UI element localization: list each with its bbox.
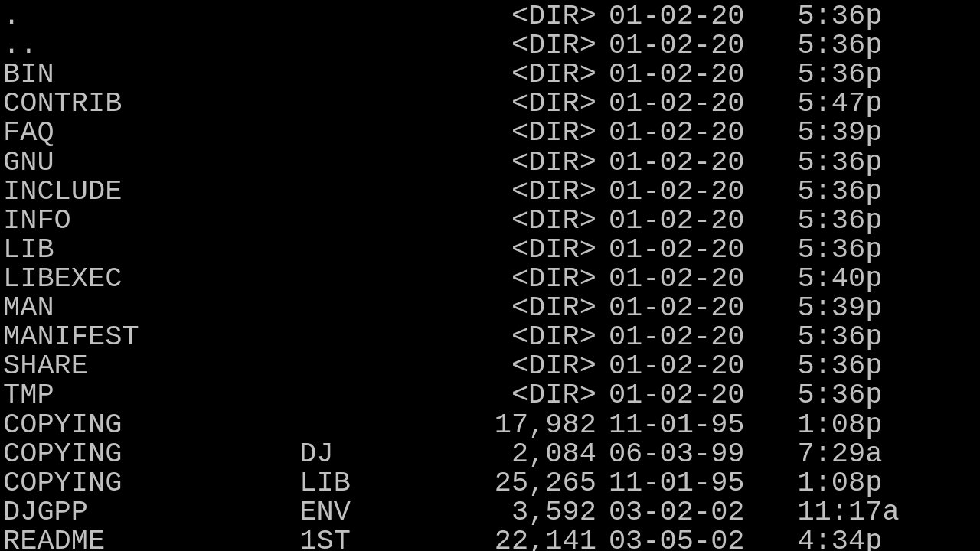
file-time: 5:47p [797,89,977,118]
file-ext: ENV [299,497,407,527]
file-name: SHARE [3,351,299,380]
file-name: FAQ [3,118,299,147]
file-size: <DIR> [407,264,609,293]
file-name: COPYING [3,439,299,468]
file-size: <DIR> [407,351,609,380]
file-date: 01-02-20 [609,235,797,264]
file-ext [299,235,407,264]
file-ext [299,410,407,439]
file-size: <DIR> [407,235,609,264]
file-time: 5:36p [797,206,977,235]
file-name: TMP [3,380,299,409]
file-name: COPYING [3,468,299,497]
file-name: README [3,527,299,551]
file-ext: 1ST [299,527,407,551]
file-time: 5:36p [797,2,977,31]
file-ext [299,293,407,322]
file-time: 11:17a [797,497,977,527]
file-ext [299,118,407,147]
file-listing: .<DIR>01-02-205:36p..<DIR>01-02-205:36pB… [3,2,977,551]
file-ext [299,177,407,206]
file-time: 5:39p [797,293,977,322]
file-name: GNU [3,148,299,177]
file-time: 4:34p [797,527,977,551]
file-row: COPYING17,98211-01-951:08p [3,410,977,439]
file-size: 22,141 [407,527,609,551]
file-row: INFO<DIR>01-02-205:36p [3,206,977,235]
file-date: 01-02-20 [609,380,797,409]
file-size: <DIR> [407,322,609,351]
file-size: <DIR> [407,148,609,177]
file-time: 5:36p [797,235,977,264]
file-size: <DIR> [407,206,609,235]
file-date: 01-02-20 [609,264,797,293]
file-time: 5:36p [797,380,977,409]
file-ext [299,322,407,351]
file-time: 5:36p [797,322,977,351]
file-size: <DIR> [407,380,609,409]
file-name: . [3,2,299,31]
file-date: 01-02-20 [609,293,797,322]
file-date: 11-01-95 [609,410,797,439]
file-row: README1ST22,14103-05-024:34p [3,527,977,551]
file-size: <DIR> [407,2,609,31]
file-row: ..<DIR>01-02-205:36p [3,31,977,60]
file-ext [299,89,407,118]
file-date: 01-02-20 [609,31,797,60]
file-ext [299,264,407,293]
file-date: 01-02-20 [609,322,797,351]
file-row: COPYINGLIB25,26511-01-951:08p [3,468,977,497]
file-ext [299,351,407,380]
file-ext [299,60,407,89]
file-name: .. [3,31,299,60]
file-time: 1:08p [797,468,977,497]
file-row: MAN<DIR>01-02-205:39p [3,293,977,322]
file-size: <DIR> [407,177,609,206]
file-time: 7:29a [797,439,977,468]
file-row: FAQ<DIR>01-02-205:39p [3,118,977,147]
file-size: <DIR> [407,293,609,322]
file-name: LIBEXEC [3,264,299,293]
file-size: <DIR> [407,89,609,118]
file-name: COPYING [3,410,299,439]
file-ext: LIB [299,468,407,497]
file-ext [299,206,407,235]
file-date: 01-02-20 [609,89,797,118]
file-date: 01-02-20 [609,60,797,89]
file-date: 01-02-20 [609,206,797,235]
file-row: MANIFEST<DIR>01-02-205:36p [3,322,977,351]
file-date: 01-02-20 [609,118,797,147]
file-time: 5:40p [797,264,977,293]
file-name: BIN [3,60,299,89]
file-date: 01-02-20 [609,2,797,31]
file-row: BIN<DIR>01-02-205:36p [3,60,977,89]
file-row: .<DIR>01-02-205:36p [3,2,977,31]
file-date: 01-02-20 [609,148,797,177]
file-date: 01-02-20 [609,351,797,380]
file-name: DJGPP [3,497,299,527]
file-name: CONTRIB [3,89,299,118]
file-ext [299,148,407,177]
file-size: 2,084 [407,439,609,468]
file-row: SHARE<DIR>01-02-205:36p [3,351,977,380]
file-time: 5:36p [797,148,977,177]
file-size: 25,265 [407,468,609,497]
file-date: 11-01-95 [609,468,797,497]
file-date: 01-02-20 [609,177,797,206]
file-name: MAN [3,293,299,322]
file-row: LIBEXEC<DIR>01-02-205:40p [3,264,977,293]
file-row: GNU<DIR>01-02-205:36p [3,148,977,177]
file-ext: DJ [299,439,407,468]
file-name: MANIFEST [3,322,299,351]
file-size: 17,982 [407,410,609,439]
file-time: 1:08p [797,410,977,439]
file-date: 03-02-02 [609,497,797,527]
file-ext [299,31,407,60]
file-size: <DIR> [407,118,609,147]
file-row: COPYINGDJ2,08406-03-997:29a [3,439,977,468]
file-size: 3,592 [407,497,609,527]
file-date: 03-05-02 [609,527,797,551]
file-size: <DIR> [407,60,609,89]
file-name: LIB [3,235,299,264]
file-row: LIB<DIR>01-02-205:36p [3,235,977,264]
